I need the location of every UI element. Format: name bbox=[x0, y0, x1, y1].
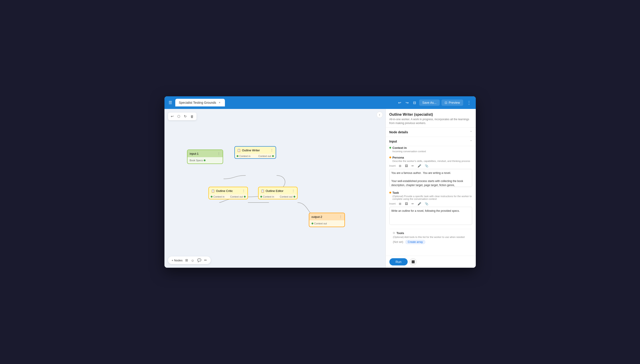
person-tool-button[interactable]: ☺ bbox=[191, 258, 194, 262]
outline-writer-port-in: Context in bbox=[237, 155, 251, 158]
input-node-port-book-specs: Book Specs bbox=[190, 159, 220, 162]
book-specs-label: Book Specs bbox=[190, 159, 203, 162]
save-icon-button[interactable]: ⊟ bbox=[412, 99, 417, 106]
context-in-dot bbox=[389, 147, 391, 148]
preview-button[interactable]: ⊡ Preview bbox=[442, 100, 463, 106]
title-bar: ☰ Specialist Testing Grounds × ↩ ↪ ⊟ Sav… bbox=[164, 96, 476, 109]
output-port-out-label: Context out bbox=[314, 222, 327, 225]
output-node-body: Context out bbox=[309, 220, 344, 227]
task-group: Task (Optional) Provide a specific task … bbox=[389, 191, 472, 226]
outline-critic-port-in-label: Context in bbox=[214, 195, 225, 198]
outline-editor-port-out-label: Context out bbox=[280, 195, 292, 198]
task-insert-image-btn[interactable]: 🖼 bbox=[404, 202, 409, 206]
task-description: (Optional) Provide a specific task with … bbox=[389, 195, 472, 200]
tab-title: Specialist Testing Grounds bbox=[179, 101, 216, 104]
outline-writer-in-dot bbox=[237, 155, 238, 157]
pencil-tool-button[interactable]: ✏ bbox=[204, 258, 207, 262]
add-nodes-button[interactable]: + Nodes bbox=[172, 259, 183, 262]
collapse-sidebar-button[interactable]: › bbox=[376, 112, 383, 118]
context-in-label-row: Context in bbox=[389, 146, 472, 150]
task-textarea[interactable] bbox=[389, 207, 472, 225]
tab-close-button[interactable]: × bbox=[218, 100, 221, 105]
canvas-delete-button[interactable]: 🗑 bbox=[190, 114, 194, 119]
task-insert-mic-btn[interactable]: 🎤 bbox=[417, 202, 422, 206]
node-details-header[interactable]: Node details ⌃ bbox=[386, 128, 476, 137]
output-node[interactable]: output-2 ⋮ Context out bbox=[309, 213, 345, 227]
canvas-area[interactable]: ↩ ⬡ ↻ 🗑 input-1 bbox=[164, 109, 386, 268]
persona-dot bbox=[389, 156, 391, 158]
chat-tool-button[interactable]: 💬 bbox=[197, 258, 202, 262]
stop-button[interactable]: ⬛ bbox=[410, 258, 417, 266]
input-node-menu[interactable]: ⋮ bbox=[217, 152, 220, 156]
output-node-port-out: Context out bbox=[312, 222, 342, 225]
outline-editor-port-in: Context in bbox=[260, 195, 274, 198]
input-section: Input ⌃ bbox=[386, 137, 476, 146]
canvas-toolbar: ↩ ⬡ ↻ 🗑 bbox=[168, 112, 196, 120]
canvas-group-button[interactable]: ⬡ bbox=[177, 114, 181, 119]
active-tab[interactable]: Specialist Testing Grounds × bbox=[175, 99, 225, 106]
preview-label: Preview bbox=[449, 101, 460, 104]
input-section-header[interactable]: Input ⌃ bbox=[386, 137, 476, 146]
canvas-undo-button[interactable]: ↩ bbox=[170, 114, 174, 119]
outline-writer-menu[interactable]: ⋮ bbox=[270, 148, 274, 152]
outline-writer-ports: Context in Context out bbox=[235, 154, 276, 158]
persona-insert-pencil-btn[interactable]: ✏ bbox=[410, 164, 415, 168]
task-insert-table-btn[interactable]: ⊞ bbox=[398, 202, 402, 206]
bottom-toolbar: + Nodes ⊞ ☺ 💬 ✏ bbox=[168, 256, 211, 264]
outline-editor-in-dot bbox=[260, 196, 262, 198]
output-node-header: output-2 ⋮ bbox=[309, 213, 344, 220]
tools-not-set: (Not set) bbox=[393, 240, 403, 244]
redo-button[interactable]: ↪ bbox=[404, 99, 410, 106]
outline-editor-out-dot bbox=[294, 196, 295, 198]
input-section-chevron: ⌃ bbox=[470, 140, 472, 143]
persona-textarea[interactable] bbox=[389, 169, 472, 187]
title-bar-actions: ↩ ↪ ⊟ Save As... ⊡ Preview ⋮ bbox=[397, 99, 473, 106]
task-insert-pencil-btn[interactable]: ✏ bbox=[410, 202, 415, 206]
input-node[interactable]: input-1 ⋮ Book Specs bbox=[187, 150, 223, 164]
input-node-title: input-1 bbox=[190, 152, 199, 156]
undo-button[interactable]: ↩ bbox=[397, 99, 402, 106]
outline-critic-ports: Context in Context out bbox=[209, 194, 248, 199]
persona-insert-table-btn[interactable]: ⊞ bbox=[398, 164, 402, 168]
outline-critic-menu[interactable]: ⋮ bbox=[242, 189, 245, 192]
outline-critic-header: 📋 Outline Critic ⋮ bbox=[209, 187, 248, 194]
tools-section: Tools (Optional) Add tools to this list … bbox=[389, 229, 472, 246]
outline-editor-icon: 📋 bbox=[261, 189, 264, 192]
node-details-section: Node details ⌃ bbox=[386, 128, 476, 137]
create-array-button[interactable]: Create array bbox=[405, 240, 426, 244]
persona-insert-toolbar: Insert: ⊞ 🖼 ✏ 🎤 📎 bbox=[389, 164, 472, 168]
context-in-description: Incoming conversation context bbox=[389, 150, 472, 153]
persona-insert-mic-btn[interactable]: 🎤 bbox=[417, 164, 422, 168]
outline-editor-port-out: Context out bbox=[280, 195, 295, 198]
outline-editor-node[interactable]: 📋 Outline Editor ⋮ Context in Context ou… bbox=[258, 187, 298, 199]
outline-writer-port-out-label: Context out bbox=[258, 155, 271, 158]
persona-insert-image-btn[interactable]: 🖼 bbox=[404, 164, 409, 168]
tools-description: (Optional) Add tools to this list for th… bbox=[393, 236, 468, 238]
outline-editor-header: 📋 Outline Editor ⋮ bbox=[258, 187, 297, 194]
node-details-title: Node details bbox=[389, 130, 408, 134]
persona-insert-attach-btn[interactable]: 📎 bbox=[424, 164, 429, 168]
output-out-dot bbox=[312, 222, 313, 224]
outline-writer-node[interactable]: 📋 Outline Writer ⋮ Context in Context ou… bbox=[234, 146, 276, 159]
persona-insert-label: Insert: bbox=[389, 164, 396, 167]
right-panel: Outline Writer (specialist) All-in-one w… bbox=[386, 109, 476, 268]
stop-icon: ⬛ bbox=[412, 260, 415, 264]
output-node-menu[interactable]: ⋮ bbox=[339, 215, 342, 218]
canvas-loop-button[interactable]: ↻ bbox=[184, 114, 187, 119]
outline-critic-node[interactable]: 📋 Outline Critic ⋮ Context in Context ou… bbox=[208, 187, 248, 199]
output-node-title: output-2 bbox=[312, 215, 322, 218]
outline-critic-title: Outline Critic bbox=[216, 189, 233, 192]
more-options-button[interactable]: ⋮ bbox=[465, 99, 473, 106]
grid-tool-button[interactable]: ⊞ bbox=[185, 258, 188, 262]
panel-body: Context in Incoming conversation context… bbox=[386, 146, 476, 256]
outline-editor-menu[interactable]: ⋮ bbox=[292, 189, 295, 192]
outline-writer-header: 📋 Outline Writer ⋮ bbox=[235, 146, 276, 154]
run-button[interactable]: Run bbox=[389, 258, 408, 266]
input-section-title: Input bbox=[389, 140, 397, 143]
outline-critic-icon: 📋 bbox=[211, 189, 215, 192]
task-insert-attach-btn[interactable]: 📎 bbox=[424, 202, 429, 206]
save-as-button[interactable]: Save As... bbox=[419, 100, 440, 106]
outline-writer-port-out: Context out bbox=[258, 155, 274, 158]
context-in-label: Context in bbox=[392, 146, 407, 150]
menu-button[interactable]: ☰ bbox=[167, 99, 174, 106]
